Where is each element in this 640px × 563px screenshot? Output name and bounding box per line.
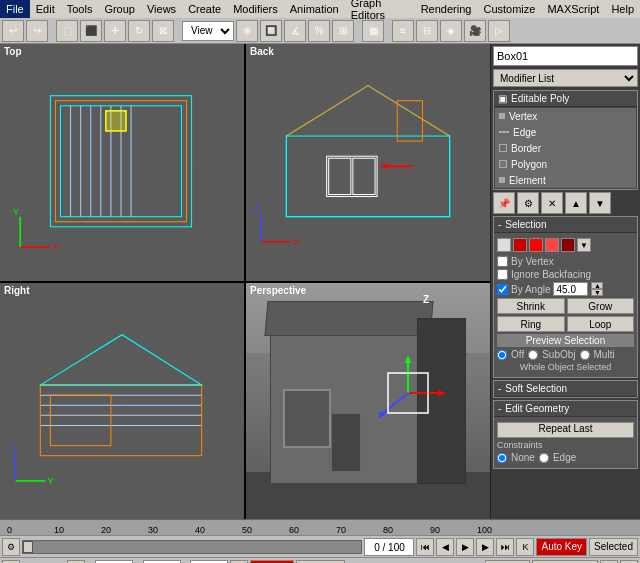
menu-views[interactable]: Views — [141, 0, 182, 18]
schematic-view-button[interactable]: ⊟ — [416, 20, 438, 42]
prev-frame-button[interactable]: ◀ — [436, 538, 454, 556]
layer-manager-button[interactable]: ≡ — [392, 20, 414, 42]
selection-header[interactable]: - Selection — [494, 217, 637, 233]
play-button2[interactable]: ▶ — [600, 560, 618, 564]
material-editor-button[interactable]: ◈ — [440, 20, 462, 42]
menu-graph-editors[interactable]: Graph Editors — [345, 0, 415, 18]
by-angle-row: By Angle ▲ ▼ — [497, 282, 634, 296]
go-end-button[interactable]: ⏭ — [496, 538, 514, 556]
timeline-track[interactable] — [22, 540, 362, 554]
grow-button[interactable]: Grow — [567, 298, 635, 314]
swatch-darkred[interactable] — [561, 238, 575, 252]
go-start-button[interactable]: ⏮ — [416, 538, 434, 556]
menu-create[interactable]: Create — [182, 0, 227, 18]
percent-snap-button[interactable]: % — [308, 20, 330, 42]
edge-item[interactable]: Edge — [495, 124, 636, 140]
swatch-red3[interactable] — [545, 238, 559, 252]
element-item[interactable]: Element — [495, 172, 636, 188]
swatch-red1[interactable] — [513, 238, 527, 252]
menu-edit[interactable]: Edit — [30, 0, 61, 18]
none-radio[interactable] — [497, 453, 507, 463]
menu-rendering[interactable]: Rendering — [415, 0, 478, 18]
editable-poly-header[interactable]: ▣ Editable Poly — [494, 91, 637, 107]
whole-object-label: Whole Object Selected — [497, 362, 634, 372]
angle-down-arrow[interactable]: ▼ — [591, 289, 603, 296]
selection-section: - Selection ▼ By Vertex — [493, 216, 638, 378]
scale-button[interactable]: ⊠ — [152, 20, 174, 42]
menu-animation[interactable]: Animation — [284, 0, 345, 18]
timeline-settings-button[interactable]: ⚙ — [2, 538, 20, 556]
move-button[interactable]: ✛ — [104, 20, 126, 42]
selected-button[interactable]: Selected — [589, 538, 638, 556]
border-item[interactable]: Border — [495, 140, 636, 156]
shrink-button[interactable]: Shrink — [497, 298, 565, 314]
menu-customize[interactable]: Customize — [477, 0, 541, 18]
pin-stack-button[interactable]: 📌 — [493, 192, 515, 214]
key-mode-button[interactable]: K — [516, 538, 534, 556]
next-frame-button[interactable]: ▶ — [476, 538, 494, 556]
select-button[interactable]: ⬚ — [56, 20, 78, 42]
rotate-button[interactable]: ↻ — [128, 20, 150, 42]
by-angle-input[interactable] — [553, 282, 588, 296]
menu-tools[interactable]: Tools — [61, 0, 99, 18]
by-angle-checkbox[interactable] — [497, 284, 508, 295]
move-up-button[interactable]: ▲ — [565, 192, 587, 214]
reference-coord-dropdown[interactable]: View — [182, 21, 234, 41]
viewport-right[interactable]: Right Y Z — [0, 283, 244, 520]
object-snap-button[interactable]: ⊞ — [2, 560, 20, 564]
swatch-red2[interactable] — [529, 238, 543, 252]
ignore-backfacing-checkbox[interactable] — [497, 269, 508, 280]
menu-group[interactable]: Group — [98, 0, 141, 18]
ring-button[interactable]: Ring — [497, 316, 565, 332]
timeline-thumb[interactable] — [23, 541, 33, 553]
multi-radio[interactable] — [580, 350, 590, 360]
viewport-back[interactable]: Back — [246, 44, 490, 281]
render-setup-button[interactable]: 🎥 — [464, 20, 486, 42]
delete-modifier-button[interactable]: ✕ — [541, 192, 563, 214]
y-input[interactable] — [143, 560, 181, 564]
quick-render-button[interactable]: ▷ — [488, 20, 510, 42]
mirror-button[interactable]: ⊞ — [332, 20, 354, 42]
lock-button[interactable]: 🔒 — [67, 560, 85, 564]
autokey-button[interactable]: Auto Key — [536, 538, 587, 556]
autokey-button2[interactable]: Auto Key — [250, 560, 295, 564]
z-input[interactable] — [190, 560, 228, 564]
modifier-list-dropdown[interactable]: Modifier List — [493, 69, 638, 87]
edit-geometry-header[interactable]: - Edit Geometry — [494, 401, 637, 417]
select-region-button[interactable]: ⬛ — [80, 20, 102, 42]
viewport-perspective[interactable]: Perspective — [246, 283, 490, 520]
x-input[interactable] — [95, 560, 133, 564]
viewport-top[interactable]: Top — [0, 44, 244, 281]
object-name-input[interactable] — [493, 46, 638, 66]
polygon-item[interactable]: Polygon — [495, 156, 636, 172]
menu-help[interactable]: Help — [605, 0, 640, 18]
soft-selection-header[interactable]: - Soft Selection — [494, 381, 637, 397]
redo-button[interactable]: ↪ — [26, 20, 48, 42]
move-down-button[interactable]: ▼ — [589, 192, 611, 214]
angle-snap-button[interactable]: ∡ — [284, 20, 306, 42]
edge-radio[interactable] — [539, 453, 549, 463]
key-lock-button[interactable]: 🔑 — [230, 560, 248, 564]
selected-button2[interactable]: Selected — [296, 560, 345, 564]
next-button2[interactable]: ⏭ — [620, 560, 638, 564]
snap-toggle-button[interactable]: 🔲 — [260, 20, 282, 42]
vertex-item[interactable]: Vertex — [495, 108, 636, 124]
repeat-last-button[interactable]: Repeat Last — [497, 422, 634, 438]
align-button[interactable]: ▦ — [362, 20, 384, 42]
undo-button[interactable]: ↩ — [2, 20, 24, 42]
menu-modifiers[interactable]: Modifiers — [227, 0, 284, 18]
key-filters-button[interactable]: Key Filters... — [532, 560, 598, 564]
by-vertex-checkbox[interactable] — [497, 256, 508, 267]
transform-center-button[interactable]: ⊕ — [236, 20, 258, 42]
swatch-white[interactable] — [497, 238, 511, 252]
play-button[interactable]: ▶ — [456, 538, 474, 556]
set-key-button[interactable]: Set Key — [485, 560, 530, 564]
menu-maxscript[interactable]: MAXScript — [541, 0, 605, 18]
menu-file[interactable]: File — [0, 0, 30, 18]
subobj-radio[interactable] — [528, 350, 538, 360]
off-radio[interactable] — [497, 350, 507, 360]
configure-button[interactable]: ⚙ — [517, 192, 539, 214]
angle-up-arrow[interactable]: ▲ — [591, 282, 603, 289]
swatch-option-button[interactable]: ▼ — [577, 238, 591, 252]
loop-button[interactable]: Loop — [567, 316, 635, 332]
